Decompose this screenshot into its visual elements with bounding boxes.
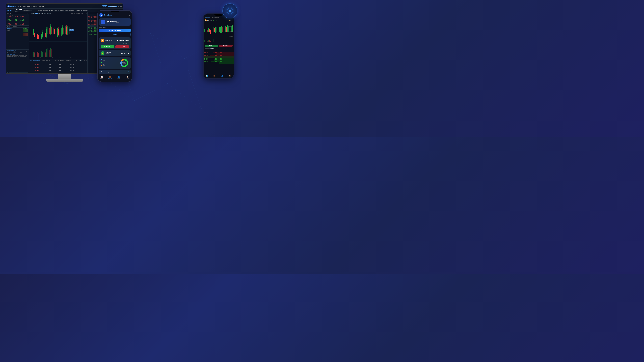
chart-area[interactable]: 0.0017619 15 16 17 18 19 [29,15,88,59]
bonus-sub-text: SBER [106,53,108,54]
portfolio-section: LTC Litecoin BCH BitcoinCash [99,57,131,69]
svg-point-35 [230,13,230,14]
tab-trade-history[interactable]: ИСТОРИЯ СДЕЛОК [53,59,65,62]
login-button[interactable]: ВХОД [102,5,107,7]
pr-all-filter[interactable]: Все ордера [209,48,215,49]
trading-pair[interactable]: LTC/BTC [8,9,13,11]
chat-panel: Darlene Robertson 12:45 Lorem ipsum dolo… [6,49,29,74]
register-button[interactable]: РЕГИСТРАЦИЯ [108,5,117,7]
copy-icon[interactable]: ⧉ [120,22,120,23]
ob-col-limit: Лимит (0.025) [211,49,215,51]
nav-contacts[interactable]: 👤 Контакты [117,76,121,79]
tf-1d[interactable]: 1Д [44,13,46,14]
svg-rect-103 [36,51,36,57]
tf-time[interactable]: Время [31,13,34,14]
time-filter-1h[interactable]: 1Н [84,60,85,61]
market-watch-header: ВАЖНОЕ НА РЫНКЕ ▾ [6,26,29,28]
pr-sell-button[interactable]: ПРОДАТЬ [219,44,233,46]
business-account-btn[interactable]: БИЗНЕС [99,33,131,36]
tab-order-history[interactable]: ИСТОРИЯ ОРДЕРОВ [41,59,54,62]
lock-icon[interactable]: 🔒 [229,20,230,21]
nav-market[interactable]: 📊 Рынок [100,76,103,79]
nav-buy-crypto[interactable]: Купить криптовалюту [20,5,32,7]
pr-nav-contacts[interactable]: 👤 Контакты [221,75,224,78]
ob-col-bonus: Бонус [220,49,225,51]
tab-open-orders[interactable]: ОТКРЫТЫЕ ОРДЕРА [29,59,41,62]
pr-nav-market[interactable]: 📊 Рынок [206,75,208,78]
svg-rect-134 [207,30,208,32]
trade-row: 14,403.520.1512:15:20 [6,20,29,21]
order-row: BTC Bitcoin14,403.520,3578644,403.52 [29,67,88,68]
chat-input[interactable] [8,72,28,74]
pr-mini-chart[interactable]: 0.0017619 0.0017619 0.0017619 [204,22,234,44]
time-filter-d[interactable]: Д [82,60,83,61]
language-selector[interactable]: EN [120,5,122,7]
open-orders-section[interactable]: Открытые ордера › [99,69,131,74]
pr-dropdown[interactable]: ▾ [232,48,232,49]
svg-marker-30 [38,111,50,124]
pr-buy-button[interactable]: КУПИТЬ [204,44,218,46]
open-orders-title: Открытые ордера [101,71,112,72]
expand-icon[interactable]: ▾ [28,26,28,27]
emoji-icon[interactable]: ☺ [7,72,8,73]
svg-rect-110 [45,52,46,57]
pr-mid-val: 0.044 [204,56,206,57]
svg-point-37 [232,10,233,11]
pr-tab-tradeview[interactable]: Tradeview [204,16,210,18]
pr-nav-wallet[interactable]: 💼 Кошелёк [213,75,216,78]
ob-col-sum: Сумма [215,49,220,51]
pr-cabinet-icon: 🏠 [229,75,231,77]
deposit-button[interactable]: ПОПОЛНИТЬ [101,45,114,48]
nav-wallet[interactable]: 💼 Кошелёк [108,76,112,79]
pr-filter-row: Лимитный Все ордера ▾ [204,47,234,49]
tf-4h[interactable]: 4Н [41,13,43,14]
time-filter-24h[interactable]: 24Ч [79,60,82,61]
svg-rect-139 [213,27,214,32]
vol-btc: Объём 24н(BTC): 2,399.68 [76,10,88,11]
pr-nav-cabinet[interactable]: 🏠 Кабинет [228,75,231,78]
user-ip: IP пользователя: 12345678 ⧉ [107,22,120,23]
plus-icon[interactable]: + [30,13,30,14]
chat-sender: Darlene Robertson 12:45 [7,50,16,51]
nav-cabinet[interactable]: 🏠 Кабинет [126,76,129,79]
nav-market[interactable]: Рынок [33,5,37,7]
download-icon[interactable]: ⬇ [118,5,119,7]
more-icon[interactable]: ⋮ [232,20,232,21]
hamburger-menu[interactable]: ≡ [129,14,130,16]
nav-tradeview[interactable]: Tradeview [38,5,44,7]
close-icon[interactable]: ✕ [27,12,28,14]
btc-action-buttons: ПОПОЛНИТЬ ВЫВЕСТИ [101,45,129,48]
bonus-dropdown[interactable]: ▾ [109,53,109,54]
order-row: BTC Bitcoin14,403.520,3578644,403.52 [29,64,88,65]
market-nav-label: Рынок [100,78,103,79]
svg-rect-163 [209,40,210,42]
market-sub: Спуск [7,34,12,35]
svg-rect-136 [209,29,210,32]
pr-market-icon: 📊 [206,75,208,77]
tf-1h[interactable]: 1Н [38,13,40,14]
pr-tab-orders[interactable]: Открытые ордера [211,16,221,18]
personal-account-btn[interactable]: ⚙ ПЕРСОНАЛЬНЫЙ [99,29,131,32]
pr-filter-label: Лимитный [204,48,209,49]
bitcoin-dropdown[interactable]: ▾ [111,40,112,41]
svg-point-22 [184,58,185,59]
personal-btn-text: ПЕРСОНАЛЬНЫЙ [111,30,121,31]
time-filter-1m[interactable]: 1М [86,60,87,61]
svg-point-28 [167,83,168,84]
tab-funds[interactable]: СРЕДСТВА [65,59,72,62]
settings-icon[interactable]: ⚙ [86,13,87,14]
current-price: 0.0002337 [15,9,22,11]
withdraw-button[interactable]: ВЫВЕСТИ [116,45,129,48]
svg-line-4 [151,33,184,59]
svg-rect-165 [212,39,212,42]
bitcoin-balance-card: ₿ Bitcoin ▾ 15.78000000 ₽ 53,6382.00 ПОП… [99,37,131,49]
settings-icon[interactable]: ⚙ [230,20,231,21]
trades-col-headers: Кол-во(LTC) Кол 12:15:20 [6,14,29,16]
tf-1mo[interactable]: 1М [49,13,52,14]
col-volume: ОБЪЁМ [70,62,82,63]
svg-rect-141 [215,27,216,33]
tf-15m[interactable]: 15м [35,13,38,14]
expand-icon[interactable]: ⤢ [84,13,85,14]
tf-1w[interactable]: 1Н [46,13,49,14]
depth-chart-label[interactable]: Диаграмма Глубины [76,13,84,14]
